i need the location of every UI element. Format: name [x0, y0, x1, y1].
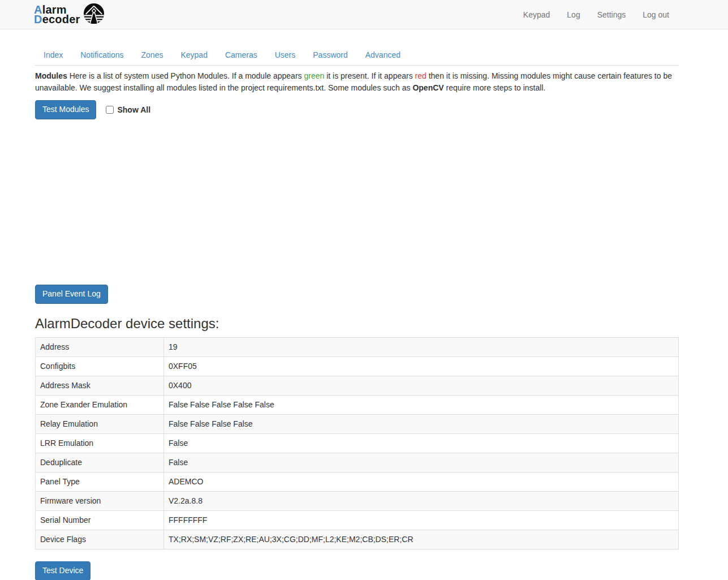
row-label: Zone Exander Emulation	[36, 395, 164, 414]
row-label: Serial Number	[36, 510, 164, 530]
row-label: Device Flags	[36, 530, 164, 549]
alarmdecoder-lighthouse-icon	[83, 3, 105, 26]
navbar-item-settings[interactable]: Settings	[589, 2, 635, 28]
table-row: Serial Number FFFFFFFF	[36, 510, 679, 530]
row-label: Configbits	[36, 356, 164, 376]
table-row: Device Flags TX;RX;SM;VZ;RF;ZX;RE;AU;3X;…	[36, 530, 679, 549]
navbar-item-logout[interactable]: Log out	[634, 2, 678, 28]
module-results-area	[35, 119, 679, 285]
row-value: False	[164, 433, 679, 453]
table-row: Firmware version V2.2a.8.8	[36, 491, 679, 510]
row-value: 0XFF05	[164, 356, 679, 376]
tab-index[interactable]: Index	[35, 45, 71, 65]
row-label: Relay Emulation	[36, 414, 164, 433]
table-row: Address Mask 0X400	[36, 376, 679, 395]
show-all-label[interactable]: Show All	[117, 105, 150, 114]
main-content: Index Notifications Zones Keypad Cameras…	[35, 45, 679, 580]
brand-line2: Decoder	[34, 13, 80, 25]
row-value: ADEMCO	[164, 472, 679, 491]
tab-zones[interactable]: Zones	[133, 45, 172, 65]
opencv-word: OpenCV	[412, 83, 443, 92]
brand-logo-link[interactable]: Alarm Decoder	[34, 3, 105, 26]
tab-notifications[interactable]: Notifications	[72, 45, 132, 65]
device-settings-table: Address 19 Configbits 0XFF05 Address Mas…	[35, 337, 679, 549]
section-tabs: Index Notifications Zones Keypad Cameras…	[35, 45, 679, 66]
row-value: V2.2a.8.8	[164, 491, 679, 510]
brand-wordmark: Alarm Decoder	[34, 5, 80, 24]
modules-label: Modules	[35, 71, 67, 80]
navbar-item-log[interactable]: Log	[558, 2, 588, 28]
test-device-row: Test Device	[35, 561, 679, 580]
test-device-button[interactable]: Test Device	[35, 561, 91, 580]
row-value: False	[164, 453, 679, 472]
row-label: Address	[36, 337, 164, 356]
navbar-links: Keypad Log Settings Log out	[515, 2, 678, 28]
table-row: Panel Type ADEMCO	[36, 472, 679, 491]
row-value: TX;RX;SM;VZ;RF;ZX;RE;AU;3X;CG;DD;MF;L2;K…	[164, 530, 679, 549]
show-all-checkbox[interactable]	[106, 106, 114, 114]
show-all-control: Show All	[106, 105, 150, 114]
tab-keypad[interactable]: Keypad	[172, 45, 216, 65]
table-row: Configbits 0XFF05	[36, 356, 679, 376]
tab-advanced[interactable]: Advanced	[357, 45, 409, 65]
modules-controls: Test Modules Show All	[35, 100, 679, 119]
modules-description: Modules Here is a list of system used Py…	[35, 70, 679, 94]
navbar-item-keypad[interactable]: Keypad	[515, 2, 558, 28]
row-value: 19	[164, 337, 679, 356]
panel-event-log-button[interactable]: Panel Event Log	[35, 285, 108, 304]
row-value: False False False False	[164, 414, 679, 433]
row-label: LRR Emulation	[36, 433, 164, 453]
device-settings-heading: AlarmDecoder device settings:	[35, 316, 679, 332]
row-label: Panel Type	[36, 472, 164, 491]
row-label: Deduplicate	[36, 453, 164, 472]
table-row: LRR Emulation False	[36, 433, 679, 453]
table-row: Address 19	[36, 337, 679, 356]
row-value: FFFFFFFF	[164, 510, 679, 530]
panel-event-log-row: Panel Event Log	[35, 285, 679, 304]
tab-password[interactable]: Password	[304, 45, 356, 65]
top-navbar: Alarm Decoder Keypad Log Settings	[0, 0, 728, 29]
test-modules-button[interactable]: Test Modules	[35, 100, 96, 119]
red-word: red	[415, 71, 427, 80]
row-value: False False False False False	[164, 395, 679, 414]
table-row: Relay Emulation False False False False	[36, 414, 679, 433]
tab-cameras[interactable]: Cameras	[217, 45, 266, 65]
row-value: 0X400	[164, 376, 679, 395]
green-word: green	[304, 71, 324, 80]
row-label: Firmware version	[36, 491, 164, 510]
row-label: Address Mask	[36, 376, 164, 395]
table-row: Deduplicate False	[36, 453, 679, 472]
tab-users[interactable]: Users	[266, 45, 304, 65]
table-row: Zone Exander Emulation False False False…	[36, 395, 679, 414]
